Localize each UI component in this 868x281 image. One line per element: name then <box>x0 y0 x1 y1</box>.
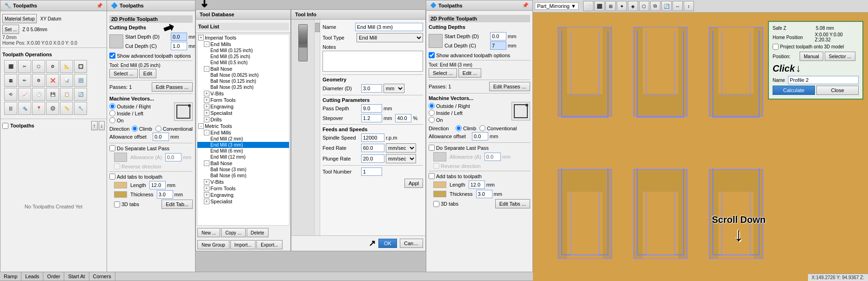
form-tools-expand[interactable]: + <box>204 97 209 103</box>
tb-btn-2[interactable]: ⬛ <box>594 1 605 11</box>
tb-btn-4[interactable]: ✦ <box>617 1 627 11</box>
new-btn[interactable]: New ... <box>197 228 220 237</box>
metric-end-mill-3-item[interactable]: End Mill (6 mm) <box>197 148 289 154</box>
tool-type-select[interactable]: End Mill <box>357 33 423 42</box>
toolpaths-checkbox[interactable] <box>2 123 8 129</box>
on-radio-left[interactable] <box>109 117 115 123</box>
length-input-right[interactable] <box>469 181 485 189</box>
show-advanced-cb-right[interactable] <box>429 52 435 58</box>
specialist-expand[interactable]: + <box>204 110 209 116</box>
ball-nose-expand[interactable]: - <box>204 66 209 72</box>
inside-left-radio-left[interactable] <box>109 110 115 116</box>
engraving-expand[interactable]: + <box>204 104 209 109</box>
edit-tool-btn-right[interactable]: Edit ... <box>458 68 481 78</box>
ok-btn[interactable]: OK <box>378 239 397 248</box>
vbits-expand[interactable]: + <box>204 91 209 96</box>
edit-tabs-btn-left[interactable]: Edit Tab... <box>161 200 193 209</box>
outside-right-radio-left[interactable] <box>109 103 115 109</box>
op-btn-24[interactable]: 🔧 <box>74 102 87 115</box>
spindle-input[interactable] <box>361 134 384 142</box>
feed-rate-input[interactable] <box>361 144 384 152</box>
cad-view[interactable]: Part_Mirroring ▼ ⬜ ⬛ ⊞ ✦ ◈ ⬡ ⧉ 🔄 ↔ ↕ <box>533 0 868 281</box>
edit-tabs-btn-right[interactable]: Edit Tabs ... <box>495 199 530 208</box>
edit-passes-btn-left[interactable]: Edit Passes ... <box>152 82 193 92</box>
vbits-item[interactable]: + V-Bits <box>197 90 289 97</box>
climb-radio-right[interactable] <box>456 125 462 131</box>
imperial-tools-item[interactable]: + Imperial Tools <box>197 34 289 41</box>
thickness-input-left[interactable] <box>157 190 173 199</box>
ball-nose-3-item[interactable]: Ball Nose (0.25 inch) <box>197 84 289 90</box>
project-cb[interactable] <box>773 44 779 50</box>
tb-btn-6[interactable]: ⬡ <box>639 1 649 11</box>
allowance-input-left[interactable] <box>153 133 169 141</box>
length-input-left[interactable] <box>149 181 166 189</box>
end-mills-expand[interactable]: - <box>204 41 209 47</box>
op-btn-10[interactable]: ❌ <box>46 74 59 87</box>
metric-specialist-item[interactable]: + Specialist <box>197 198 289 205</box>
cut-depth-input-left[interactable] <box>171 42 187 50</box>
separate-last-pass-cb-right[interactable] <box>429 145 435 151</box>
op-btn-1[interactable]: ⬛ <box>4 60 17 73</box>
op-btn-20[interactable]: 🔩 <box>18 102 31 115</box>
drills-expand[interactable]: + <box>204 117 209 122</box>
specialist-item[interactable]: + Specialist <box>197 110 289 116</box>
sort-btn[interactable]: ↑ <box>91 121 98 130</box>
delete-btn[interactable]: Delete <box>247 228 269 237</box>
show-advanced-cb-left[interactable] <box>109 53 115 59</box>
metric-end-mills-item[interactable]: - End Mills <box>197 129 289 136</box>
end-mill-2-item[interactable]: End Mill (0.25 inch) <box>197 54 289 60</box>
tb-btn-5[interactable]: ◈ <box>628 1 638 11</box>
op-btn-21[interactable]: 📍 <box>32 102 45 115</box>
allowance-input-right[interactable] <box>472 132 488 140</box>
ball-nose-1-item[interactable]: Ball Nose (0.0625 inch) <box>197 72 289 78</box>
metric-form-tools-expand[interactable]: + <box>204 186 209 191</box>
op-btn-4[interactable]: ⚙ <box>46 60 59 73</box>
drills-item[interactable]: + Drills <box>197 116 289 123</box>
name-input-info[interactable] <box>788 76 859 84</box>
start-depth-input-right[interactable] <box>490 32 506 40</box>
outside-right-radio-right[interactable] <box>429 103 435 109</box>
end-mill-1-item[interactable]: End Mill (0.125 inch) <box>197 47 289 54</box>
plunge-unit-select[interactable]: mm/sec <box>386 154 416 163</box>
add-tabs-cb-left[interactable] <box>109 174 115 180</box>
op-btn-7[interactable]: ▦ <box>4 74 17 87</box>
inside-left-radio-right[interactable] <box>429 110 435 116</box>
metric-end-mills-expand[interactable]: - <box>204 130 209 135</box>
form-tools-item[interactable]: + Form Tools <box>197 97 289 103</box>
edit-tool-btn-left[interactable]: Edit <box>139 69 156 78</box>
metric-ball-nose-expand[interactable]: - <box>204 161 209 166</box>
conventional-radio-left[interactable] <box>155 126 161 132</box>
pass-depth-input[interactable] <box>361 104 382 113</box>
sort-btn2[interactable]: ↓ <box>99 121 105 130</box>
op-btn-5[interactable]: 📐 <box>60 60 73 73</box>
import-btn[interactable]: Import... <box>230 240 256 249</box>
edit-passes-btn-right[interactable]: Edit Passes ... <box>489 82 530 91</box>
op-btn-9[interactable]: ⚙ <box>32 74 45 87</box>
notes-textarea[interactable] <box>323 51 423 72</box>
metric-ball-nose-item[interactable]: - Ball Nose <box>197 160 289 167</box>
set-btn[interactable]: Set ... <box>2 25 19 34</box>
metric-expand[interactable]: - <box>198 123 204 129</box>
op-btn-22[interactable]: 🔘 <box>46 102 59 115</box>
metric-vbits-expand[interactable]: + <box>204 179 209 185</box>
part-name-dropdown[interactable]: Part_Mirroring ▼ <box>535 2 579 10</box>
tb-btn-3[interactable]: ⊞ <box>606 1 616 11</box>
op-btn-16[interactable]: 💾 <box>46 88 59 101</box>
imperial-expand[interactable]: + <box>198 35 204 40</box>
tb-btn-8[interactable]: 🔄 <box>661 1 672 11</box>
on-radio-right[interactable] <box>429 117 435 123</box>
export-btn[interactable]: Export... <box>256 240 282 249</box>
cut-depth-input-right[interactable] <box>490 41 506 50</box>
diameter-unit-select[interactable]: mm <box>384 84 404 93</box>
material-setup-btn[interactable]: Material Setup <box>2 14 37 23</box>
tb-btn-9[interactable]: ↔ <box>673 1 683 11</box>
thickness-input-right[interactable] <box>476 190 492 198</box>
tabs3d-cb-right[interactable] <box>433 201 439 207</box>
diameter-input[interactable] <box>361 84 382 93</box>
metric-form-tools-item[interactable]: + Form Tools <box>197 185 289 192</box>
metric-end-mill-1-item[interactable]: End Mill (2 mm) <box>197 136 289 142</box>
op-btn-14[interactable]: 📈 <box>18 88 31 101</box>
op-btn-15[interactable]: 🕐 <box>32 88 45 101</box>
add-tabs-cb-right[interactable] <box>429 173 435 179</box>
select-tool-btn-right[interactable]: Select ... <box>429 68 457 78</box>
